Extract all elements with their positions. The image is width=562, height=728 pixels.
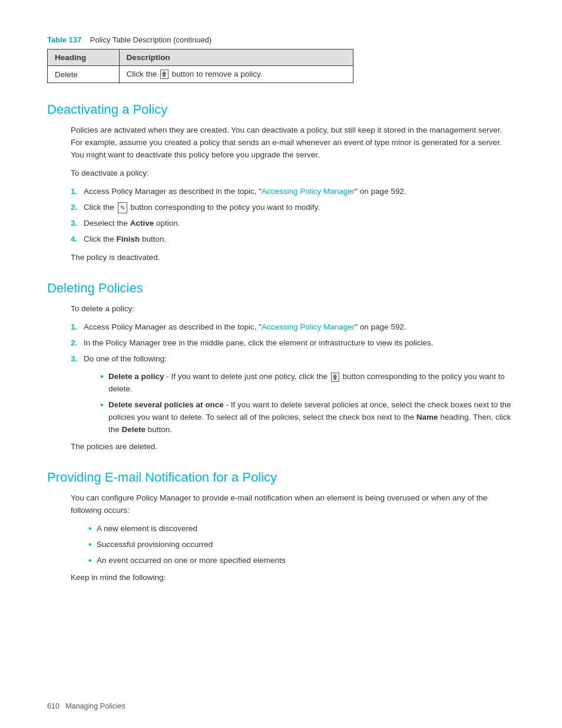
step-4: 4. Click the Finish button. xyxy=(71,233,515,246)
step-num-1: 1. xyxy=(71,186,84,198)
table-caption: Table 137 Policy Table Description (cont… xyxy=(47,35,515,44)
policy-table: Heading Description Delete Click the 🗑 b… xyxy=(47,49,353,83)
link-accessing-pm-2[interactable]: Accessing Policy Manager xyxy=(262,322,355,331)
del-step-3: 3. Do one of the following: xyxy=(71,353,515,365)
finish-bold: Finish xyxy=(117,235,140,243)
col-heading: Heading xyxy=(48,50,120,66)
step-1: 1. Access Policy Manager as described in… xyxy=(71,186,515,198)
trash-icon-inline: 🗑 xyxy=(160,70,168,79)
step-num-3: 3. xyxy=(71,218,84,230)
table-header-row: Heading Description xyxy=(48,50,353,66)
footer-section-name: Managing Policies xyxy=(65,702,125,710)
heading-email-notification: Providing E-mail Notification for a Poli… xyxy=(47,470,515,485)
cell-description: Click the 🗑 button to remove a policy. xyxy=(119,66,353,83)
del-step-num-3: 3. xyxy=(71,353,84,365)
deleting-bullets: Delete a policy - If you want to delete … xyxy=(100,371,515,436)
link-accessing-pm-1[interactable]: Accessing Policy Manager xyxy=(262,187,355,196)
footer-page-number: 610 xyxy=(47,702,59,710)
bullet-delete-one: Delete a policy - If you want to delete … xyxy=(100,371,515,396)
page-footer: 610 Managing Policies xyxy=(47,702,125,710)
bullet-email-2: Successful provisioning occurred xyxy=(88,539,515,551)
step-num-2: 2. xyxy=(71,202,84,214)
step-2: 2. Click the ✎ button corresponding to t… xyxy=(71,202,515,214)
email-bullets: A new element is discovered Successful p… xyxy=(88,523,515,567)
section-deactivating: Deactivating a Policy Policies are activ… xyxy=(47,102,515,263)
deleting-steps: 1. Access Policy Manager as described in… xyxy=(71,321,515,365)
bold-delete-several: Delete several policies at once xyxy=(108,400,224,409)
section-email-notification: Providing E-mail Notification for a Poli… xyxy=(47,470,515,584)
deactivating-result: The policy is deactivated. xyxy=(71,252,515,264)
section-deleting: Deleting Policies To delete a policy: 1.… xyxy=(47,281,515,453)
del-step-num-2: 2. xyxy=(71,337,84,350)
deactivating-steps: 1. Access Policy Manager as described in… xyxy=(71,186,515,246)
edit-icon-step2: ✎ xyxy=(118,202,127,214)
step-3: 3. Deselect the Active option. xyxy=(71,218,515,230)
deactivating-intro: Policies are activated when they are cre… xyxy=(71,124,515,162)
active-bold: Active xyxy=(130,219,154,228)
del-step-num-1: 1. xyxy=(71,321,84,334)
step-num-4: 4. xyxy=(71,233,84,246)
bold-name: Name xyxy=(416,413,438,421)
page-container: Table 137 Policy Table Description (cont… xyxy=(0,0,562,728)
del-step-2: 2. In the Policy Manager tree in the mid… xyxy=(71,337,515,350)
deactivating-sub-intro: To deactivate a policy: xyxy=(71,167,515,180)
table-row: Delete Click the 🗑 button to remove a po… xyxy=(48,66,353,83)
cell-heading: Delete xyxy=(48,66,120,83)
trash-icon-bullet1: 🗑 xyxy=(331,373,339,382)
heading-deactivating: Deactivating a Policy xyxy=(47,102,515,117)
bullet-delete-several: Delete several policies at once - If you… xyxy=(100,399,515,436)
deleting-sub-intro: To delete a policy: xyxy=(71,303,515,315)
bold-delete: Delete xyxy=(122,425,146,434)
col-description: Description xyxy=(119,50,353,66)
table-label: Table 137 xyxy=(47,35,81,44)
bold-delete-policy: Delete a policy xyxy=(108,372,164,381)
deleting-result: The policies are deleted. xyxy=(71,441,515,453)
email-intro: You can configure Policy Manager to prov… xyxy=(71,492,515,517)
heading-deleting: Deleting Policies xyxy=(47,281,515,296)
bullet-email-1: A new element is discovered xyxy=(88,523,515,535)
bullet-email-3: An event occurred on one or more specifi… xyxy=(88,555,515,567)
del-step-1: 1. Access Policy Manager as described in… xyxy=(71,321,515,334)
table-caption-text: Policy Table Description (continued) xyxy=(90,35,211,44)
email-sub-intro: Keep in mind the following: xyxy=(71,572,515,584)
